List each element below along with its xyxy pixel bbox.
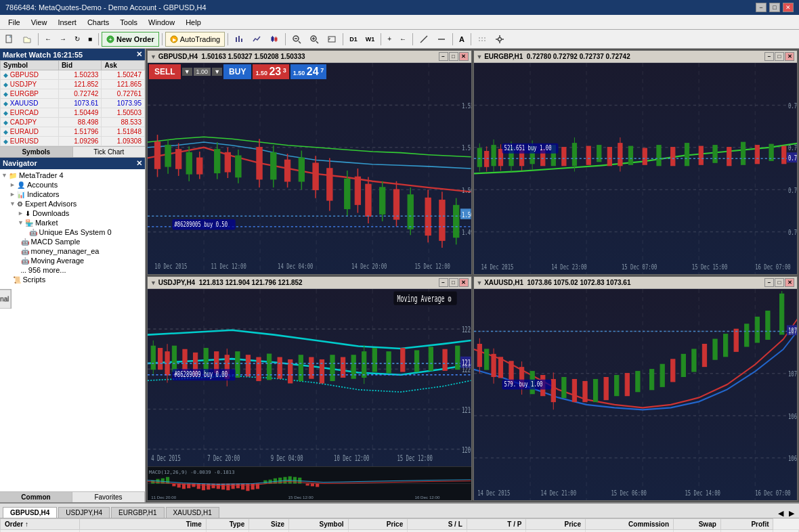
nav-item-market[interactable]: ▼ 🏪 Market bbox=[1, 218, 144, 227]
menu-view[interactable]: View bbox=[26, 17, 53, 28]
chart-xauusd-body[interactable]: 1072. 1075.7 1072.3 1068.9 1065.4 579. b… bbox=[474, 289, 798, 500]
nav-item-downloads[interactable]: ► ⬇ Downloads bbox=[1, 208, 144, 218]
chart-gbpusd-maximize[interactable]: □ bbox=[449, 52, 458, 61]
nav-item-moving-average[interactable]: 🤖 Moving Average bbox=[1, 256, 144, 265]
tb-zoom-out[interactable] bbox=[288, 32, 305, 47]
col-tp[interactable]: T / P bbox=[467, 519, 526, 530]
nav-item-956-more...[interactable]: ... 956 more... bbox=[1, 265, 144, 275]
chart-usdjpy-maximize[interactable]: □ bbox=[449, 278, 458, 287]
nav-item-metatrader-4[interactable]: ▼ 📁 MetaTrader 4 bbox=[1, 171, 144, 180]
chart-usdjpy-minimize[interactable]: − bbox=[439, 278, 448, 287]
new-order-button[interactable]: + New Order bbox=[102, 32, 159, 47]
minimize-button[interactable]: − bbox=[756, 3, 766, 12]
tb-zoom-in[interactable] bbox=[306, 32, 322, 47]
col-type[interactable]: Type bbox=[206, 519, 249, 530]
tb-back[interactable]: ← bbox=[41, 32, 55, 47]
col-profit[interactable]: Profit bbox=[720, 519, 773, 530]
nav-tab-common[interactable]: Common bbox=[0, 492, 72, 502]
order-row[interactable]: □ 85762947 2015.12.14 12:24:37 buy 1.00 … bbox=[1, 530, 799, 533]
chart-xauusd-maximize[interactable]: □ bbox=[775, 278, 784, 287]
autotrading-button[interactable]: ▶ AutoTrading bbox=[165, 32, 225, 47]
col-cur-price[interactable]: Price bbox=[526, 519, 586, 530]
chart-usdjpy-close[interactable]: ✕ bbox=[459, 278, 469, 287]
market-watch-close[interactable]: ✕ bbox=[136, 50, 142, 59]
menu-insert[interactable]: Insert bbox=[52, 17, 82, 28]
chart-gbpusd-minimize[interactable]: − bbox=[439, 52, 448, 61]
nav-item-expert-advisors[interactable]: ▼ ⚙ Expert Advisors bbox=[1, 199, 144, 208]
menu-tools[interactable]: Tools bbox=[114, 17, 143, 28]
tb-period-w1[interactable]: W1 bbox=[362, 32, 379, 47]
chart-xauusd-close[interactable]: ✕ bbox=[785, 278, 794, 287]
nav-item-unique-eas-system-0[interactable]: 🤖 Unique EAs System 0 bbox=[1, 227, 144, 237]
col-order[interactable]: Order ↑ bbox=[1, 519, 80, 530]
nav-item-indicators[interactable]: ► 📊 Indicators bbox=[1, 190, 144, 199]
terminal-tab[interactable]: Terminal bbox=[0, 289, 11, 309]
tb-new[interactable] bbox=[1, 32, 18, 47]
nav-item-money_manager_ea[interactable]: 🤖 money_manager_ea bbox=[1, 246, 144, 256]
nav-item-scripts[interactable]: 📜 Scripts bbox=[1, 275, 144, 284]
tb-crosshair[interactable]: + bbox=[384, 32, 395, 47]
menu-file[interactable]: File bbox=[3, 17, 26, 28]
col-sl[interactable]: S / L bbox=[408, 519, 467, 530]
chart-usdjpy-body[interactable]: 121.8 122.9 122.1 121.2 120.3 #86289009 … bbox=[148, 289, 471, 500]
tb-open[interactable] bbox=[19, 32, 35, 47]
menu-charts[interactable]: Charts bbox=[82, 17, 114, 28]
tb-refresh[interactable]: ↻ bbox=[71, 32, 83, 47]
close-button[interactable]: ✕ bbox=[783, 3, 794, 12]
tb-chart-type[interactable] bbox=[231, 32, 247, 47]
col-price[interactable]: Price bbox=[348, 519, 408, 530]
tb-settings[interactable] bbox=[492, 32, 508, 47]
chart-tab-usdjpy[interactable]: USDJPY,H4 bbox=[58, 507, 110, 518]
tb-arrow[interactable]: ← bbox=[396, 32, 410, 47]
menu-help[interactable]: Help bbox=[180, 17, 207, 28]
chart-tab-gbpusd[interactable]: GBPUSD,H4 bbox=[3, 507, 57, 518]
chart-eurgbp-minimize[interactable]: − bbox=[764, 52, 774, 61]
chart-xauusd-minimize[interactable]: − bbox=[764, 278, 774, 287]
col-symbol[interactable]: Symbol bbox=[289, 519, 349, 530]
tb-levels[interactable] bbox=[474, 32, 490, 47]
orders-area[interactable]: Order ↑ Time Type Size Symbol Price S / … bbox=[0, 518, 799, 532]
navigator-close[interactable]: ✕ bbox=[136, 159, 142, 168]
sell-dropdown[interactable]: ▼ bbox=[182, 68, 192, 76]
tb-line[interactable] bbox=[416, 32, 432, 47]
chart-tabs-scroll-right[interactable]: ▶ bbox=[787, 509, 796, 518]
col-time[interactable]: Time bbox=[80, 519, 207, 530]
chart-gbpusd-body[interactable]: 1.502 1.521 1.519 1.509 1.499 10 Dec 201… bbox=[148, 63, 471, 274]
maximize-button[interactable]: □ bbox=[769, 3, 780, 12]
chart-tab-eurgbp[interactable]: EURGBP,H1 bbox=[111, 507, 165, 518]
tb-text[interactable]: A bbox=[456, 32, 468, 47]
chart-tab-xauusd[interactable]: XAUUSD,H1 bbox=[166, 507, 219, 518]
gbpusd-sell-button[interactable]: SELL bbox=[149, 64, 181, 79]
gbpusd-buy-button[interactable]: BUY bbox=[223, 64, 251, 79]
market-watch-row[interactable]: ◆ EURUSD 1.09296 1.09308 bbox=[1, 137, 145, 146]
nav-item-accounts[interactable]: ► 👤 Accounts bbox=[1, 180, 144, 190]
tb-period-d1[interactable]: D1 bbox=[346, 32, 361, 47]
tb-candle-chart[interactable] bbox=[266, 32, 282, 47]
market-watch-row[interactable]: ◆ EURGBP 0.72742 0.72761 bbox=[1, 89, 145, 99]
chart-eurgbp-close[interactable]: ✕ bbox=[785, 52, 794, 61]
mw-tab-tickchart[interactable]: Tick Chart bbox=[73, 147, 146, 157]
col-size[interactable]: Size bbox=[249, 519, 289, 530]
tb-hline[interactable] bbox=[433, 32, 450, 47]
col-commission[interactable]: Commission bbox=[585, 519, 673, 530]
tb-fit[interactable] bbox=[324, 32, 340, 47]
col-swap[interactable]: Swap bbox=[674, 519, 721, 530]
chart-eurgbp-body[interactable]: 0.727 0.730 0.728 0.723 0.721 14 Dec 201… bbox=[474, 63, 798, 274]
market-watch-row[interactable]: ◆ CADJPY 88.498 88.533 bbox=[1, 118, 145, 127]
tb-line-chart[interactable] bbox=[249, 32, 265, 47]
market-watch-row[interactable]: ◆ USDJPY 121.852 121.865 bbox=[1, 80, 145, 89]
lot-dropdown[interactable]: ▼ bbox=[212, 68, 222, 76]
market-watch-row[interactable]: ◆ XAUUSD 1073.61 1073.95 bbox=[1, 99, 145, 108]
chart-eurgbp-maximize[interactable]: □ bbox=[775, 52, 784, 61]
nav-tab-favorites[interactable]: Favorites bbox=[72, 492, 145, 502]
tb-stop[interactable]: ■ bbox=[85, 32, 95, 47]
market-watch-row[interactable]: ◆ GBPUSD 1.50233 1.50247 bbox=[1, 70, 145, 80]
chart-tabs-scroll-left[interactable]: ◀ bbox=[776, 509, 785, 518]
market-watch-row[interactable]: ◆ EURCAD 1.50449 1.50503 bbox=[1, 108, 145, 118]
market-watch-row[interactable]: ◆ EURAUD 1.51796 1.51848 bbox=[1, 127, 145, 137]
mw-tab-symbols[interactable]: Symbols bbox=[0, 147, 73, 157]
chart-gbpusd-close[interactable]: ✕ bbox=[459, 52, 469, 61]
menu-window[interactable]: Window bbox=[143, 17, 180, 28]
nav-item-macd-sample[interactable]: 🤖 MACD Sample bbox=[1, 237, 144, 246]
tb-forward[interactable]: → bbox=[56, 32, 70, 47]
